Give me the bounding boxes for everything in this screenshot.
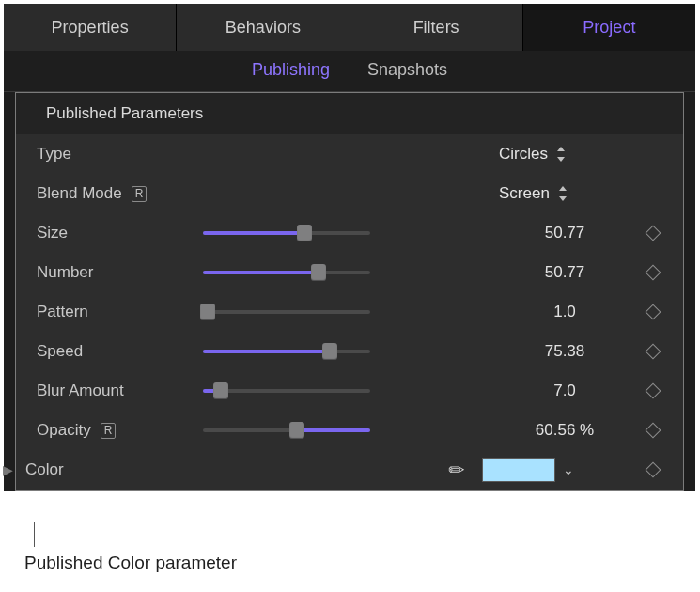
opacity-value[interactable]: 60.56 %: [499, 421, 630, 440]
param-size: Size 50.77: [16, 213, 683, 253]
keyframe-icon[interactable]: [646, 423, 661, 439]
speed-value[interactable]: 75.38: [499, 342, 630, 361]
section-title: Published Parameters: [46, 104, 203, 123]
speed-slider[interactable]: [197, 341, 376, 362]
subtab-snapshots[interactable]: Snapshots: [367, 60, 447, 80]
pattern-slider[interactable]: [197, 302, 376, 322]
pattern-value[interactable]: 1.0: [499, 303, 630, 321]
keyframe-icon[interactable]: [646, 344, 661, 360]
blur-value[interactable]: 7.0: [499, 382, 630, 400]
keyframe-icon[interactable]: [646, 304, 661, 320]
callout-label: Published Color parameter: [24, 553, 237, 573]
color-swatch[interactable]: [482, 458, 555, 482]
chevron-down-icon[interactable]: ⌄: [563, 462, 574, 477]
blend-dropdown[interactable]: Screen: [499, 184, 630, 203]
keyframe-icon[interactable]: [646, 462, 661, 478]
keyframe-icon[interactable]: [646, 383, 661, 399]
subtab-publishing[interactable]: Publishing: [252, 60, 330, 80]
param-pattern: Pattern 1.0: [16, 292, 683, 332]
param-blend-mode: Blend Mode R Screen: [16, 174, 683, 213]
number-slider[interactable]: [197, 262, 376, 283]
keyframe-icon[interactable]: [646, 265, 661, 281]
section-header: Published Parameters: [16, 93, 683, 134]
rig-badge: R: [101, 423, 117, 439]
param-type: Type Circles: [16, 134, 683, 174]
tab-behaviors[interactable]: Behaviors: [177, 4, 350, 51]
inspector-panel: Properties Behaviors Filters Project Pub…: [4, 4, 695, 491]
callout-line: [34, 522, 35, 547]
published-parameters: Published Parameters Type Circles Blend …: [15, 92, 684, 491]
type-dropdown[interactable]: Circles: [499, 145, 630, 164]
param-opacity: Opacity R 60.56 %: [16, 411, 683, 450]
size-value[interactable]: 50.77: [499, 224, 630, 242]
param-blur: Blur Amount 7.0: [16, 371, 683, 411]
param-speed: Speed 75.38: [16, 332, 683, 371]
tab-properties[interactable]: Properties: [4, 4, 177, 51]
size-slider[interactable]: [197, 223, 376, 243]
updown-icon: [557, 184, 568, 203]
rig-badge: R: [132, 186, 148, 202]
subtab-bar: Publishing Snapshots: [4, 51, 695, 91]
tab-bar: Properties Behaviors Filters Project: [4, 4, 695, 51]
updown-icon: [555, 145, 567, 164]
eyedropper-icon[interactable]: ✎: [443, 457, 471, 484]
tab-project[interactable]: Project: [523, 4, 695, 51]
param-number: Number 50.77: [16, 253, 683, 292]
opacity-slider[interactable]: [197, 420, 376, 441]
keyframe-icon[interactable]: [646, 226, 661, 241]
tab-filters[interactable]: Filters: [350, 4, 523, 51]
number-value[interactable]: 50.77: [499, 263, 630, 282]
disclosure-icon[interactable]: ▶: [3, 462, 16, 477]
param-color: ▶ Color ✎ ⌄: [16, 450, 683, 490]
blur-slider[interactable]: [197, 381, 376, 401]
